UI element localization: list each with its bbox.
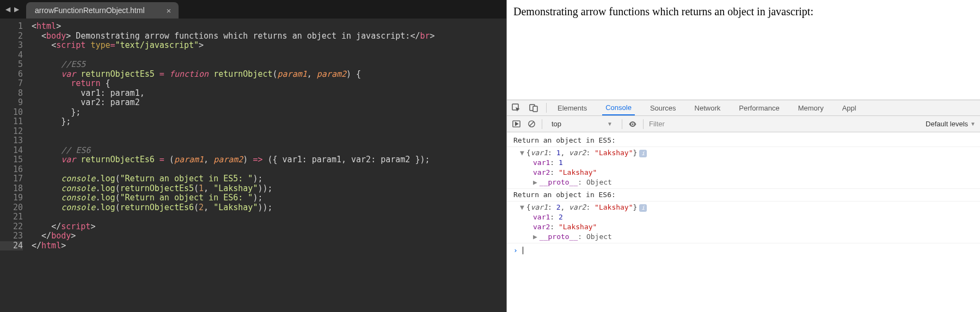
devtools-tab-console[interactable]: Console [602,100,635,115]
svg-point-6 [632,123,633,125]
inspect-icon[interactable] [511,103,521,113]
context-selector[interactable]: top ▼ [548,118,616,130]
device-toggle-icon[interactable] [529,103,538,113]
info-badge-icon[interactable]: i [639,204,647,212]
code-lines[interactable]: <html> <body> Demonstrating arrow functi… [27,19,506,312]
levels-label: Default levels [926,120,968,128]
chevron-down-icon: ▼ [970,121,976,127]
editor-tab-bar: ◀ ▶ arrowFunctionReturnObject.html × [0,0,506,19]
console-prompt[interactable]: › [507,243,980,258]
svg-rect-2 [533,106,537,112]
console-output[interactable]: Return an object in ES5: ▼{var1: 1, var2… [507,132,980,312]
text-cursor [523,247,523,254]
console-log-text: Return an object in ES6: [507,189,980,201]
devtools-tab-elements[interactable]: Elements [554,100,590,115]
devtools-tab-appl[interactable]: Appl [839,100,860,115]
editor-tab-title: arrowFunctionReturnObject.html [35,6,145,15]
clear-console-icon[interactable] [526,119,536,129]
devtools-tab-performance[interactable]: Performance [736,100,782,115]
disclosure-down-icon[interactable]: ▼ [520,203,524,212]
info-badge-icon[interactable]: i [639,150,647,157]
console-log-object[interactable]: ▼{var1: 1, var2: "Lakshay"}ivar1: 1var2:… [507,147,980,189]
page-content: Demonstrating arrow functions which retu… [507,0,980,100]
separator [622,119,622,129]
line-gutter: 123456789101112131415161718192021222324 [0,19,27,312]
code-area[interactable]: 123456789101112131415161718192021222324 … [0,19,506,312]
log-levels-selector[interactable]: Default levels ▼ [926,120,976,128]
separator [546,103,547,113]
console-log-text: Return an object in ES5: [507,134,980,147]
chevron-down-icon: ▼ [607,121,612,127]
disclosure-right-icon[interactable]: ▶ [533,232,537,242]
editor-tab[interactable]: arrowFunctionReturnObject.html × [26,2,179,19]
devtools: ElementsConsoleSourcesNetworkPerformance… [507,100,980,312]
console-toolbar: top ▼ Default levels ▼ [507,116,980,132]
filter-input[interactable] [649,120,752,128]
browser-pane: Demonstrating arrow functions which retu… [506,0,980,312]
console-log-object[interactable]: ▼{var1: 2, var2: "Lakshay"}ivar1: 2var2:… [507,201,980,243]
page-heading: Demonstrating arrow functions which retu… [513,5,813,17]
disclosure-down-icon[interactable]: ▼ [520,148,524,158]
context-value: top [552,120,561,128]
prompt-caret-icon: › [513,246,518,255]
devtools-tabs: ElementsConsoleSourcesNetworkPerformance… [554,100,860,115]
nav-back-icon[interactable]: ◀ [3,3,12,16]
devtools-tab-memory[interactable]: Memory [795,100,827,115]
svg-line-5 [529,122,534,126]
eye-icon[interactable] [628,119,638,129]
filter-input-wrap [649,120,752,128]
devtools-tab-sources[interactable]: Sources [647,100,679,115]
disclosure-right-icon[interactable]: ▶ [533,178,537,187]
live-expression-icon[interactable] [511,119,521,129]
separator [643,119,644,129]
nav-forward-icon[interactable]: ▶ [12,3,21,16]
separator [542,119,542,129]
devtools-tab-network[interactable]: Network [691,100,724,115]
close-icon[interactable]: × [167,6,171,15]
code-editor: ◀ ▶ arrowFunctionReturnObject.html × 123… [0,0,506,312]
devtools-tab-bar: ElementsConsoleSourcesNetworkPerformance… [507,100,980,116]
